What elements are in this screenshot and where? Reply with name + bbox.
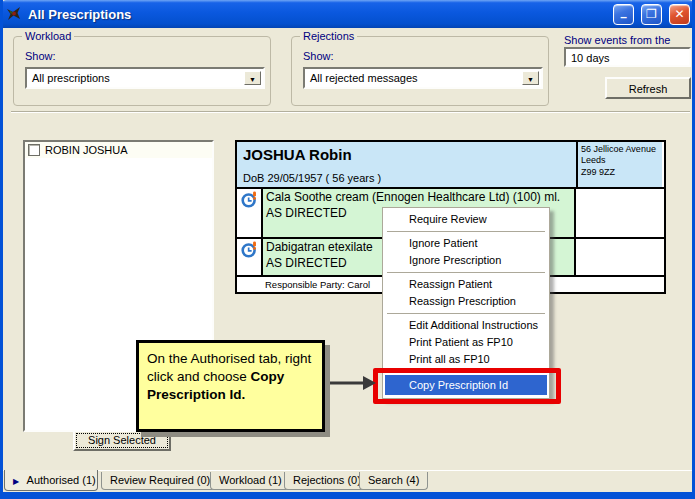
menu-item-print-all-fp10[interactable]: Print all as FP10 <box>383 351 549 368</box>
events-days-value: 10 days <box>571 52 610 64</box>
workload-show-label: Show: <box>25 50 56 62</box>
workload-filter-select[interactable]: All prescriptions ▼ <box>25 67 265 89</box>
callout-arrow <box>325 374 377 392</box>
dropdown-arrow-icon[interactable]: ▼ <box>244 71 261 85</box>
menu-item-reassign-patient[interactable]: Reassign Patient <box>383 276 549 293</box>
workload-group-label: Workload <box>22 30 74 42</box>
dropdown-arrow-icon[interactable]: ▼ <box>522 71 539 85</box>
sign-selected-button[interactable]: Sign Selected <box>73 430 171 451</box>
panel-divider <box>11 111 690 113</box>
rejections-filter-value: All rejected messages <box>305 69 541 87</box>
patient-address: 56 Jellicoe Avenue Leeds Z99 9ZZ <box>578 142 662 187</box>
tab-authorised[interactable]: ▶ Authorised (1) <box>4 470 98 491</box>
app-icon <box>5 5 23 23</box>
refresh-button[interactable]: Refresh <box>605 77 691 99</box>
patient-name: JOSHUA Robin <box>243 146 570 163</box>
tab-label: Review Required (0) <box>110 474 210 486</box>
clock-alert-icon <box>241 241 258 258</box>
workload-filter-value: All prescriptions <box>27 69 263 87</box>
maximize-button[interactable]: ❐ <box>641 4 662 25</box>
patient-checkbox[interactable] <box>28 144 40 156</box>
tab-label: Rejections (0) <box>293 474 361 486</box>
title-bar[interactable]: All Prescriptions – ❐ ✕ <box>0 0 695 28</box>
patient-header-row: JOSHUA Robin DoB 29/05/1957 ( 56 years )… <box>237 142 664 189</box>
prescription-status-cell <box>237 189 263 237</box>
prescription-extra-cell <box>576 239 660 275</box>
red-highlight-box <box>373 368 561 404</box>
close-button[interactable]: ✕ <box>669 4 690 25</box>
tab-review-required[interactable]: Review Required (0) <box>101 472 219 490</box>
callout-text: On the Authorised tab, right click and c… <box>147 351 311 384</box>
menu-item-reassign-prescription[interactable]: Reassign Prescription <box>383 293 549 310</box>
tab-label: Workload (1) <box>219 474 282 486</box>
tab-search[interactable]: Search (4) <box>359 472 428 490</box>
menu-separator <box>387 272 545 273</box>
menu-separator <box>387 313 545 314</box>
rejections-show-label: Show: <box>303 50 334 62</box>
events-days-input[interactable]: 10 days <box>564 47 691 67</box>
callout-note: On the Authorised tab, right click and c… <box>136 340 325 432</box>
tab-rejections[interactable]: Rejections (0) <box>284 472 370 490</box>
patient-list-item[interactable]: ROBIN JOSHUA <box>25 142 212 158</box>
menu-item-ignore-patient[interactable]: Ignore Patient <box>383 235 549 252</box>
minimize-button[interactable]: – <box>613 4 634 25</box>
clock-alert-icon <box>241 191 258 208</box>
all-prescriptions-window: All Prescriptions – ❐ ✕ Workload Show: A… <box>0 0 695 499</box>
prescription-status-cell <box>237 239 263 275</box>
tabstrip-divider <box>3 470 692 471</box>
menu-item-edit-additional-instructions[interactable]: Edit Additional Instructions <box>383 317 549 334</box>
rejections-group-label: Rejections <box>300 30 357 42</box>
rejections-filter-select[interactable]: All rejected messages ▼ <box>303 67 543 89</box>
patient-dob: DoB 29/05/1957 ( 56 years ) <box>243 172 570 184</box>
prescription-extra-cell <box>576 189 660 237</box>
tab-label: Search (4) <box>368 474 419 486</box>
patient-list-item-label: ROBIN JOSHUA <box>45 144 128 156</box>
window-title: All Prescriptions <box>28 7 606 22</box>
menu-separator <box>387 231 545 232</box>
menu-item-print-patient-fp10[interactable]: Print Patient as FP10 <box>383 334 549 351</box>
tab-workload[interactable]: Workload (1) <box>210 472 291 490</box>
menu-item-require-review[interactable]: Require Review <box>383 211 549 228</box>
drug-name: Cala Soothe cream (Ennogen Healthcare Lt… <box>266 190 571 206</box>
active-tab-arrow-icon: ▶ <box>13 477 19 486</box>
menu-item-ignore-prescription[interactable]: Ignore Prescription <box>383 252 549 269</box>
patient-header: JOSHUA Robin DoB 29/05/1957 ( 56 years ) <box>237 142 578 187</box>
tab-label: Authorised (1) <box>27 474 96 486</box>
